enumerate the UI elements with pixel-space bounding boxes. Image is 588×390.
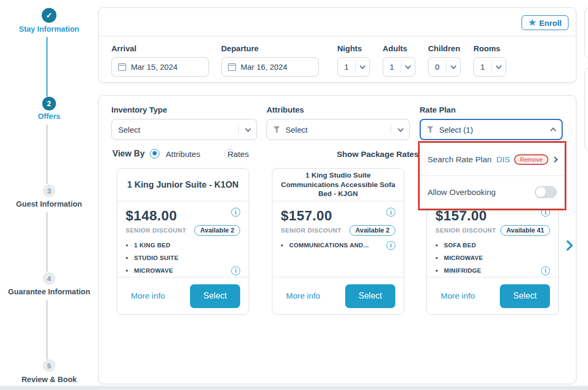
room-card-body: $148.00 i SENIOR DISCOUNT Available 2 • …	[117, 201, 249, 277]
info-icon[interactable]: i	[231, 208, 240, 217]
departure-date-field[interactable]: Mar 16, 2024	[221, 57, 319, 77]
availability-badge: Available 2	[349, 225, 395, 236]
overflow-panel	[584, 7, 588, 58]
departure-date-value: Mar 16, 2024	[241, 62, 287, 71]
step-label-guarantee-information[interactable]: Guarantee Information	[0, 287, 98, 296]
bullet: •	[435, 267, 444, 275]
feature-item: • MICROWAVE	[435, 253, 550, 263]
rate-plan-name: SENIOR DISCOUNT	[126, 227, 186, 234]
step-circle-5[interactable]: 5	[43, 359, 55, 372]
arrival-label: Arrival	[111, 44, 209, 53]
check-icon: ✓	[46, 11, 53, 20]
view-by-attributes-label[interactable]: Attributes	[166, 150, 200, 159]
chevron-down-icon	[397, 126, 403, 132]
allow-overbooking-toggle[interactable]	[535, 186, 557, 198]
bullet: •	[126, 254, 134, 262]
feature-label: MICROWAVE	[134, 267, 231, 274]
arrival-date-field[interactable]: Mar 15, 2024	[111, 57, 209, 77]
select-room-button[interactable]: Select	[345, 284, 395, 308]
stay-panel-header: ★ Enroll	[99, 8, 576, 36]
step-circle-3[interactable]: 3	[43, 184, 55, 197]
step-label-guest-information[interactable]: Guest Information	[0, 200, 98, 208]
feature-label: MICROWAVE	[444, 255, 550, 261]
more-info-link[interactable]: More info	[286, 291, 320, 301]
more-info-link[interactable]: More info	[441, 291, 475, 301]
nights-select[interactable]: 1	[337, 57, 370, 77]
attributes-label: Attributes	[267, 105, 410, 114]
step-circle-4[interactable]: 4	[43, 272, 55, 285]
chevron-down-icon	[405, 63, 411, 69]
chevron-down-icon	[496, 63, 501, 69]
overflow-panel	[584, 68, 588, 151]
room-card-body: $157.00 i SENIOR DISCOUNT Available 41 •…	[427, 201, 558, 277]
rate-plan-value: Select (1)	[439, 125, 546, 134]
next-rooms-arrow[interactable]	[564, 238, 574, 254]
view-by-attributes-radio[interactable]	[150, 149, 159, 159]
attributes-select[interactable]: Select	[267, 119, 410, 140]
rooms-select[interactable]: 1	[473, 57, 506, 77]
offers-panel: Inventory Type Select Attributes Select …	[98, 95, 576, 384]
rate-plan-dropdown-menu: Search Rate Plan DIS Remove Allow Overbo…	[420, 143, 565, 209]
step-connector	[46, 125, 48, 184]
select-room-button[interactable]: Select	[190, 284, 240, 308]
room-card: 1 King Junior Suite - K1ON $148.00 i SEN…	[117, 168, 249, 315]
step-connector	[46, 300, 48, 359]
divider	[238, 125, 239, 134]
rate-plan-dropdown-highlight: Search Rate Plan DIS Remove Allow Overbo…	[418, 141, 566, 210]
rooms-value: 1	[474, 62, 491, 71]
nights-value: 1	[338, 62, 355, 71]
bullet: •	[435, 242, 444, 249]
info-icon[interactable]: i	[231, 266, 240, 275]
attributes-value: Select	[286, 125, 385, 134]
adults-value: 1	[383, 62, 401, 71]
rate-plan-select[interactable]: Select (1)	[420, 119, 563, 140]
bullet: •	[281, 242, 289, 249]
chevron-down-icon	[359, 63, 365, 69]
rooms-label: Rooms	[473, 44, 506, 53]
room-price: $148.00	[126, 208, 177, 224]
departure-label: Departure	[221, 44, 319, 53]
search-rate-plan-row[interactable]: Search Rate Plan DIS Remove	[420, 143, 564, 175]
feature-item: • 1 KING BED	[126, 240, 240, 250]
feature-item: • MINIFRIDGE i	[435, 265, 550, 276]
horizontal-scrollbar[interactable]	[0, 386, 588, 390]
adults-select[interactable]: 1	[383, 57, 415, 77]
feature-item: • STUDIO SUITE	[126, 253, 240, 263]
step-label-stay-information[interactable]: Stay Information	[0, 25, 98, 33]
info-icon[interactable]: i	[386, 241, 395, 250]
chevron-right-icon	[562, 240, 573, 251]
remove-rate-button[interactable]: Remove	[514, 154, 548, 165]
enroll-button[interactable]: ★ Enroll	[521, 15, 568, 30]
step-number: 3	[47, 187, 51, 195]
rate-plan-label: Rate Plan	[420, 105, 563, 114]
step-circle-2[interactable]: 2	[42, 97, 56, 110]
step-label-offers[interactable]: Offers	[0, 112, 98, 120]
allow-overbooking-label: Allow Overbooking	[428, 188, 530, 197]
bullet: •	[126, 242, 134, 249]
step-label-review-book[interactable]: Review & Book	[0, 375, 98, 384]
funnel-icon	[273, 126, 280, 133]
inventory-type-select[interactable]: Select	[111, 119, 257, 140]
calendar-icon	[118, 63, 126, 71]
children-label: Children	[428, 44, 461, 53]
toggle-knob	[536, 187, 546, 197]
step-number: 4	[47, 275, 51, 283]
booking-stepper: ✓ Stay Information 2 Offers 3 Guest Info…	[0, 0, 98, 390]
view-by-rates-label[interactable]: Rates	[227, 150, 249, 159]
step-complete-icon[interactable]: ✓	[42, 8, 56, 23]
chevron-down-icon	[245, 126, 251, 132]
children-select[interactable]: 0	[428, 57, 461, 77]
info-icon[interactable]: i	[386, 208, 395, 217]
funnel-icon	[427, 126, 434, 133]
children-value: 0	[429, 62, 446, 71]
feature-label: STUDIO SUITE	[134, 255, 240, 261]
select-room-button[interactable]: Select	[500, 284, 550, 308]
availability-badge: Available 41	[500, 225, 550, 236]
room-card-body: $157.00 i SENIOR DISCOUNT Available 2 • …	[272, 201, 404, 277]
more-info-link[interactable]: More info	[131, 291, 165, 301]
info-icon[interactable]: i	[541, 266, 550, 275]
feature-item: • SOFA BED	[435, 240, 550, 250]
feature-item: • COMMUNICATIONS AND... i	[281, 240, 395, 250]
availability-badge: Available 2	[194, 225, 240, 236]
divider	[391, 125, 391, 134]
